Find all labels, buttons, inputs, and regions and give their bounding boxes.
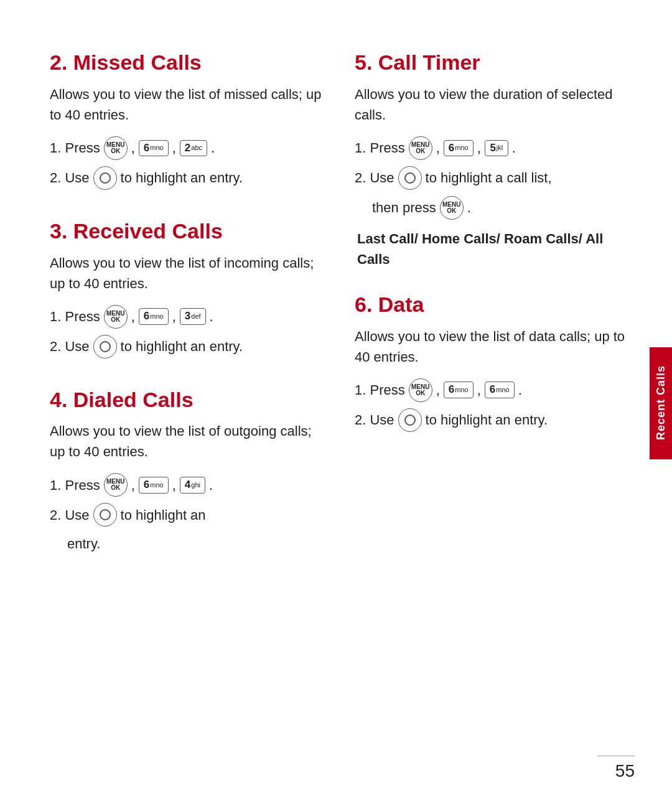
key-6mno-4: 6 mno [444,140,474,156]
menu-ok-key-2: MENUOK [104,305,128,329]
menu-ok-key-4: MENUOK [409,136,432,160]
data-desc: Allows you to view the list of data call… [355,326,635,367]
nav-circle-4 [398,166,422,190]
nav-circle-3 [93,503,117,527]
call-timer-title: 5. Call Timer [355,50,635,75]
received-calls-step2: 2. Use to highlight an entry. [50,335,330,358]
section-data: 6. Data Allows you to view the list of d… [355,292,635,438]
section-received-calls: 3. Received Calls Allows you to view the… [50,218,330,365]
nav-circle-2 [93,335,117,358]
data-step2: 2. Use to highlight an entry. [355,408,635,432]
nav-circle-1 [93,166,117,190]
key-6mno-1: 6 mno [139,140,169,156]
key-6mno-2: 6 mno [139,308,169,324]
key-2abc-1: 2 abc [180,140,207,156]
menu-ok-key-5: MENUOK [440,196,464,220]
key-6mno-6: 6 mno [485,382,515,398]
call-timer-step2: 2. Use to highlight a call list, [355,166,635,190]
key-5jkl-1: 5 jkl [485,140,508,156]
section-call-timer: 5. Call Timer Allows you to view the dur… [355,50,635,269]
sidebar-tab: Recent Calls [650,347,672,459]
section-dialed-calls: 4. Dialed Calls Allows you to view the l… [50,387,330,561]
nav-circle-5 [398,408,422,432]
call-timer-step1: 1. Press MENUOK , 6 mno , 5 jkl . [355,136,635,160]
received-calls-desc: Allows you to view the list of incoming … [50,253,330,294]
right-column: 5. Call Timer Allows you to view the dur… [355,50,635,769]
step1-prefix: 1. Press [50,137,100,159]
missed-calls-desc: Allows you to view the list of missed ca… [50,84,330,125]
missed-calls-step2: 2. Use to highlight an entry. [50,166,330,190]
data-title: 6. Data [355,292,635,317]
left-column: 2. Missed Calls Allows you to view the l… [50,50,330,769]
key-6mno-3: 6 mno [139,477,169,493]
key-4ghi-1: 4 ghi [180,477,205,493]
sidebar-label: Recent Calls [655,365,668,440]
dialed-calls-step2-cont: entry. [50,533,330,555]
page-divider [597,756,635,757]
call-timer-desc: Allows you to view the duration of selec… [355,84,635,125]
menu-ok-key-1: MENUOK [104,136,128,160]
missed-calls-title: 2. Missed Calls [50,50,330,75]
key-6mno-5: 6 mno [444,382,474,398]
menu-ok-key-6: MENUOK [409,378,432,402]
dialed-calls-desc: Allows you to view the list of outgoing … [50,421,330,462]
data-step1: 1. Press MENUOK , 6 mno , 6 mno . [355,378,635,402]
received-calls-title: 3. Received Calls [50,218,330,244]
section-missed-calls: 2. Missed Calls Allows you to view the l… [50,50,330,196]
received-calls-step1: 1. Press MENUOK , 6 mno , 3 def . [50,305,330,329]
dialed-calls-step2: 2. Use to highlight an [50,503,330,527]
page-content: 2. Missed Calls Allows you to view the l… [0,0,672,806]
menu-ok-key-3: MENUOK [104,473,128,497]
page-number: 55 [615,761,635,781]
dialed-calls-step1: 1. Press MENUOK , 6 mno , 4 ghi . [50,473,330,497]
page-number-area: 55 [597,756,635,782]
call-timer-bold-list: Last Call/ Home Calls/ Roam Calls/ All C… [355,228,635,269]
call-timer-step2-cont: then press MENUOK . [355,196,635,220]
key-3def-1: 3 def [180,308,206,324]
missed-calls-step1: 1. Press MENUOK , 6 mno , 2 abc . [50,136,330,160]
dialed-calls-title: 4. Dialed Calls [50,387,330,413]
